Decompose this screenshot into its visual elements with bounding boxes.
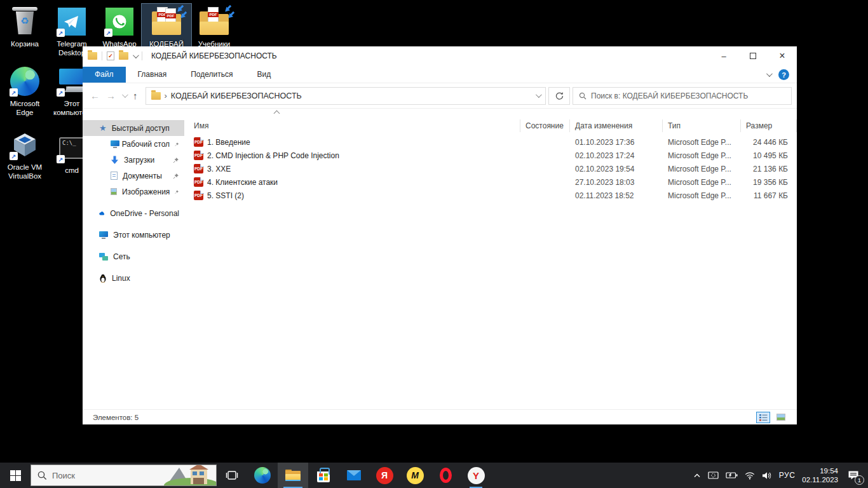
pdf-icon: PDF xyxy=(194,177,203,187)
taskbar-yandex-button[interactable]: Я xyxy=(369,463,400,488)
taskbar-edge-button[interactable] xyxy=(247,463,278,488)
shortcut-arrow-icon: ↗ xyxy=(57,155,65,163)
taskbar-mail-button[interactable] xyxy=(339,463,369,488)
refresh-button[interactable] xyxy=(548,87,570,105)
virtualbox-icon: ↗ xyxy=(10,130,40,160)
breadcrumb[interactable]: КОДЕБАЙ КИБЕРБЕЗОПАСНОСТЬ xyxy=(171,92,532,100)
task-view-icon xyxy=(226,470,238,481)
sidebar-item-quick-access[interactable]: ★ Быстрый доступ xyxy=(83,120,184,136)
desktop-icon-uchebniki[interactable]: PDF Учебники xyxy=(189,4,239,51)
monitor-icon xyxy=(111,140,117,148)
penguin-icon xyxy=(99,274,107,283)
breadcrumb-folder-icon xyxy=(151,92,161,100)
address-dropdown-chevron-icon[interactable] xyxy=(536,92,542,98)
forward-button[interactable]: → xyxy=(106,90,116,101)
language-indicator[interactable]: РУС xyxy=(779,471,796,480)
new-folder-icon[interactable] xyxy=(119,52,128,60)
yandex-browser-icon: Y xyxy=(468,467,485,484)
hidden-icons-chevron-icon[interactable] xyxy=(693,473,701,478)
clock[interactable]: 19:54 02.11.2023 xyxy=(802,466,838,485)
column-header-modified[interactable]: Дата изменения xyxy=(570,119,663,132)
desktop-icon-virtualbox[interactable]: ↗ Oracle VM VirtualBox xyxy=(0,127,50,184)
pdf-icon: PDF xyxy=(194,137,203,147)
file-row[interactable]: PDF3. XXE 02.10.2023 19:54 Microsoft Edg… xyxy=(184,162,797,175)
sidebar-item-documents[interactable]: Документы xyxy=(83,168,184,184)
pin-icon xyxy=(175,141,179,147)
picture-icon xyxy=(111,188,117,195)
sort-ascending-icon[interactable] xyxy=(274,111,280,117)
column-header-type[interactable]: Тип xyxy=(663,119,741,132)
sidebar-item-network[interactable]: Сеть xyxy=(83,248,184,264)
ribbon-collapse-chevron-icon[interactable] xyxy=(766,71,773,77)
taskbar-opera-button[interactable] xyxy=(430,463,461,488)
volume-icon[interactable] xyxy=(762,471,772,480)
taskbar-yandex-music-button[interactable]: М xyxy=(400,463,430,488)
wifi-icon[interactable] xyxy=(745,471,755,480)
column-header-name[interactable]: Имя xyxy=(184,119,520,132)
desktop-icon-kodebay[interactable]: PDF PDF КОДЕБАЙ xyxy=(142,4,191,51)
minimize-button[interactable]: – xyxy=(709,46,738,65)
sidebar-item-desktop[interactable]: Рабочий стол xyxy=(83,136,184,152)
search-icon xyxy=(37,471,47,480)
explorer-search[interactable] xyxy=(573,87,792,105)
onedrive-cloud-icon xyxy=(99,210,105,217)
shortcut-arrow-icon: ↗ xyxy=(57,29,65,37)
start-button[interactable] xyxy=(0,463,31,488)
pin-icon xyxy=(173,173,179,179)
tab-file[interactable]: Файл xyxy=(83,67,126,83)
tab-share[interactable]: Поделиться xyxy=(179,67,245,83)
file-row[interactable]: PDF4. Клиентские атаки 27.10.2023 18:03 … xyxy=(184,175,797,189)
up-button[interactable]: ↑ xyxy=(133,90,138,101)
telegram-icon: ↗ xyxy=(57,6,87,37)
tab-home[interactable]: Главная xyxy=(126,67,179,83)
action-center-button[interactable]: 1 xyxy=(845,467,862,484)
thumbnail-view-button[interactable] xyxy=(774,412,788,423)
taskbar-search-input[interactable] xyxy=(52,471,135,480)
address-bar[interactable]: › КОДЕБАЙ КИБЕРБЕЗОПАСНОСТЬ xyxy=(146,87,546,105)
taskbar-explorer-button[interactable] xyxy=(278,463,308,488)
column-header-status[interactable]: Состояние xyxy=(520,119,570,132)
taskbar: Я М Y РУС xyxy=(0,463,868,488)
properties-icon[interactable]: ✓ xyxy=(107,51,114,60)
taskbar-yandex-browser-button[interactable]: Y xyxy=(461,463,491,488)
desktop: ♻ Корзина ↗ Telegram Desktop ↗ WhatsApp xyxy=(0,0,868,488)
download-arrow-icon xyxy=(111,156,119,165)
battery-icon[interactable] xyxy=(726,471,738,479)
sidebar-item-pictures[interactable]: Изображения xyxy=(83,184,184,200)
sidebar-item-this-pc[interactable]: Этот компьютер xyxy=(83,227,184,243)
task-view-button[interactable] xyxy=(217,463,247,488)
display-tray-icon[interactable] xyxy=(708,471,719,480)
file-row[interactable]: PDF5. SSTI (2) 02.11.2023 18:52 Microsof… xyxy=(184,189,797,202)
search-highlight-image xyxy=(155,464,216,485)
sidebar-item-linux[interactable]: Linux xyxy=(83,270,184,286)
title-bar: ✓ КОДЕБАЙ КИБЕРБЕЗОПАСНОСТЬ – × xyxy=(83,46,797,65)
sidebar-item-onedrive[interactable]: OneDrive - Personal xyxy=(83,205,184,221)
document-icon xyxy=(111,172,118,180)
file-row[interactable]: PDF1. Введение 01.10.2023 17:36 Microsof… xyxy=(184,135,797,149)
customize-toolbar-chevron-icon[interactable] xyxy=(133,52,139,58)
details-view-button[interactable] xyxy=(756,412,770,423)
sidebar-item-downloads[interactable]: Загрузки xyxy=(83,152,184,168)
tab-view[interactable]: Вид xyxy=(245,67,283,83)
back-button[interactable]: ← xyxy=(90,90,100,101)
pdf-icon: PDF xyxy=(194,164,203,173)
window-folder-icon xyxy=(88,52,97,60)
column-header-size[interactable]: Размер xyxy=(741,119,797,132)
shortcut-arrow-icon: ↗ xyxy=(57,88,65,97)
help-icon[interactable]: ? xyxy=(778,69,789,80)
recent-locations-chevron-icon[interactable] xyxy=(122,92,128,98)
opera-icon xyxy=(440,468,452,483)
breadcrumb-separator: › xyxy=(165,91,167,100)
star-icon: ★ xyxy=(99,123,107,133)
maximize-button[interactable] xyxy=(738,46,768,65)
close-button[interactable]: × xyxy=(768,46,797,65)
item-count: Элементов: 5 xyxy=(93,414,139,421)
taskbar-store-button[interactable] xyxy=(308,463,339,488)
desktop-icon-edge[interactable]: ↗ Microsoft Edge xyxy=(0,64,50,120)
file-row[interactable]: PDF2. CMD Injection & PHP Code Injection… xyxy=(184,149,797,162)
taskbar-search[interactable] xyxy=(31,464,217,486)
desktop-icon-recycle-bin[interactable]: ♻ Корзина xyxy=(0,4,50,51)
tray-date: 02.11.2023 xyxy=(802,475,838,484)
explorer-search-input[interactable] xyxy=(591,92,785,100)
desktop-icon-whatsapp[interactable]: ↗ WhatsApp xyxy=(95,4,144,51)
